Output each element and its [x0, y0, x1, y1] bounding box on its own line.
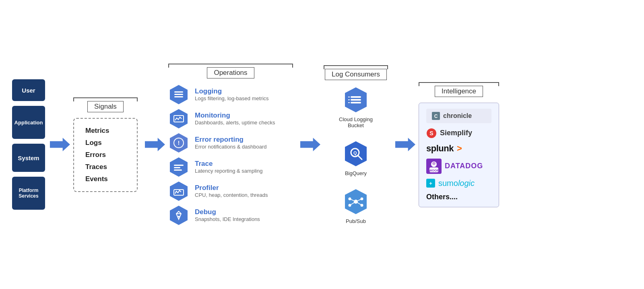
- splunk-icon: >: [457, 143, 462, 154]
- svg-text:!: !: [178, 140, 180, 146]
- pubsub-icon: [342, 188, 370, 216]
- svg-rect-24: [351, 99, 361, 101]
- signals-box: Metrics Logs Errors Traces Events: [73, 118, 138, 192]
- source-user: User: [12, 79, 45, 101]
- error-reporting-icon: !: [168, 132, 189, 153]
- logging-title: Logging: [195, 87, 269, 95]
- consumers-list: Cloud LoggingBucket Q BigQuery: [330, 86, 382, 224]
- main-diagram: User Application System Platform Service…: [12, 8, 632, 281]
- cloud-logging-bucket-label: Cloud LoggingBucket: [339, 116, 373, 128]
- operations-header: Operations: [168, 64, 293, 78]
- bigquery-icon: Q: [342, 140, 370, 168]
- intelligence-list: C chronicle S Siemplify splunk>: [419, 103, 499, 207]
- intel-splunk: splunk>: [426, 143, 491, 154]
- bigquery-label: BigQuery: [345, 170, 367, 176]
- siemplify-text: Siemplify: [440, 129, 472, 137]
- chronicle-text: chronicle: [443, 112, 472, 120]
- op-error-reporting: ! Error reporting Error notifications & …: [168, 132, 293, 153]
- op-debug: Debug Snapshots, IDE Integrations: [168, 205, 293, 226]
- signals-label: Signals: [87, 101, 124, 112]
- svg-rect-12: [174, 165, 184, 166]
- signal-metrics: Metrics: [85, 127, 126, 135]
- profiler-title: Profiler: [195, 184, 268, 192]
- signal-traces: Traces: [85, 163, 126, 171]
- log-consumers-header: Log Consumers: [324, 65, 388, 80]
- splunk-text: splunk: [426, 143, 454, 154]
- intel-others: Others....: [426, 193, 491, 201]
- log-consumers-label: Log Consumers: [325, 69, 387, 80]
- intelligence-header: Intelligence: [419, 82, 499, 97]
- trace-icon: [168, 157, 189, 178]
- error-reporting-desc: Error notifications & dashboard: [195, 144, 266, 150]
- operations-section: Operations Logging Logs filtering, log-b…: [168, 64, 293, 226]
- log-consumers-section: Log Consumers Cloud LoggingBucket: [324, 65, 388, 224]
- profiler-desc: CPU, heap, contention, threads: [195, 192, 268, 198]
- debug-title: Debug: [195, 208, 260, 216]
- op-trace: Trace Latency reporting & sampling: [168, 157, 293, 178]
- arrow-signals-to-ops: [145, 136, 165, 153]
- intel-siemplify: S Siemplify: [426, 128, 491, 138]
- svg-point-20: [178, 216, 180, 217]
- consumer-cloud-logging: Cloud LoggingBucket: [339, 86, 373, 128]
- svg-marker-0: [50, 138, 70, 151]
- svg-text:WOOF: WOOF: [429, 169, 439, 172]
- svg-text:C: C: [434, 114, 438, 119]
- profiler-icon: [168, 181, 189, 202]
- svg-marker-17: [170, 206, 188, 225]
- debug-icon: [168, 205, 189, 226]
- signal-events: Events: [85, 175, 126, 183]
- signal-errors: Errors: [85, 151, 126, 159]
- cloud-logging-bucket-icon: [342, 86, 370, 114]
- op-monitoring: Monitoring Dashboards, alerts, uptime ch…: [168, 108, 293, 129]
- svg-text:+: +: [429, 180, 432, 186]
- error-reporting-title: Error reporting: [195, 136, 266, 144]
- svg-marker-21: [300, 138, 320, 151]
- source-system: System: [12, 144, 45, 172]
- others-text: Others....: [426, 193, 458, 201]
- chronicle-icon: C: [431, 111, 441, 121]
- sumologic-text: sumologic: [438, 179, 475, 188]
- monitoring-desc: Dashboards, alerts, uptime checks: [195, 120, 275, 126]
- svg-rect-14: [174, 169, 182, 171]
- svg-rect-5: [174, 96, 183, 97]
- source-application: Application: [12, 106, 45, 139]
- monitoring-title: Monitoring: [195, 111, 275, 120]
- svg-rect-25: [351, 102, 361, 103]
- svg-text:Q: Q: [353, 151, 357, 155]
- intel-chronicle: C chronicle: [426, 109, 491, 123]
- arrow-consumers-to-intel: [395, 136, 415, 153]
- svg-text:S: S: [429, 130, 433, 136]
- svg-rect-3: [174, 91, 183, 93]
- source-platform: Platform Services: [12, 177, 45, 210]
- op-logging: Logging Logs filtering, log-based metric…: [168, 84, 293, 105]
- logging-desc: Logs filtering, log-based metrics: [195, 95, 269, 101]
- trace-title: Trace: [195, 160, 262, 168]
- signals-header: Signals: [73, 97, 138, 112]
- sumologic-icon: +: [426, 179, 435, 188]
- operations-list: Logging Logs filtering, log-based metric…: [168, 84, 293, 226]
- signal-logs: Logs: [85, 139, 126, 147]
- consumer-bigquery: Q BigQuery: [342, 140, 370, 176]
- pubsub-label: Pub/Sub: [346, 218, 366, 224]
- svg-marker-43: [395, 138, 415, 151]
- monitoring-icon: [168, 108, 189, 129]
- intelligence-section: Intelligence C chronicle S: [419, 82, 499, 207]
- intel-datadog: WOOF DATADOG: [426, 159, 491, 174]
- intelligence-label: Intelligence: [435, 86, 483, 97]
- trace-desc: Latency reporting & sampling: [195, 168, 262, 174]
- consumer-pubsub: Pub/Sub: [342, 188, 370, 224]
- datadog-text: DATADOG: [445, 162, 483, 170]
- datadog-icon: WOOF: [426, 159, 442, 174]
- intel-sumologic: + sumologic: [426, 179, 491, 188]
- debug-desc: Snapshots, IDE Integrations: [195, 216, 260, 222]
- signals-section: Signals Metrics Logs Errors Traces Event…: [73, 97, 138, 192]
- svg-rect-4: [174, 94, 183, 95]
- svg-marker-1: [145, 138, 165, 151]
- svg-rect-13: [174, 167, 180, 168]
- logging-icon: [168, 84, 189, 105]
- sources-column: User Application System Platform Service…: [12, 79, 45, 210]
- arrow-ops-to-consumers: [300, 136, 320, 153]
- operations-label: Operations: [207, 67, 254, 78]
- siemplify-icon: S: [426, 128, 437, 138]
- svg-point-50: [432, 162, 436, 165]
